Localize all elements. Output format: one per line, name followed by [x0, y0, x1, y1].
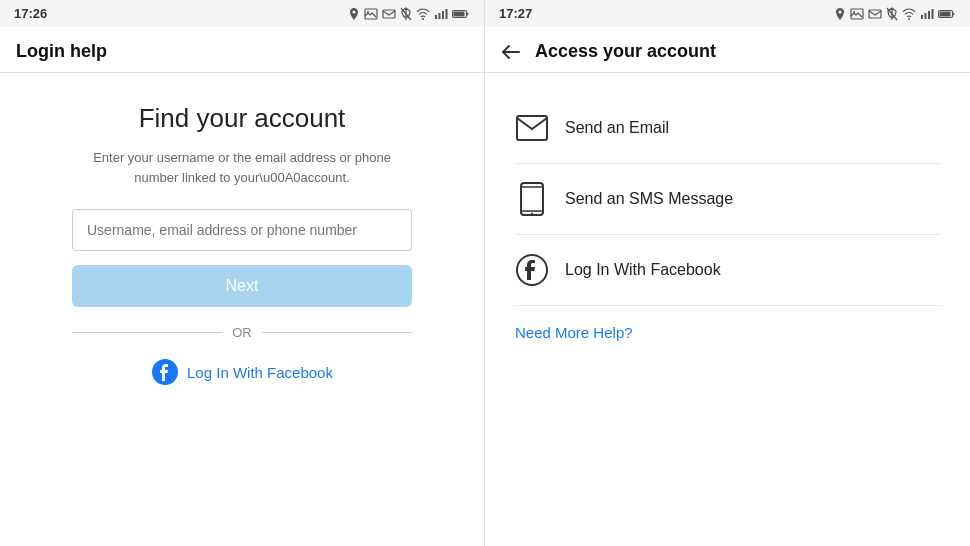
- right-location-icon: [834, 7, 846, 21]
- back-arrow-icon[interactable]: [501, 44, 521, 60]
- facebook-icon: [151, 358, 179, 386]
- need-more-help-link[interactable]: Need More Help?: [515, 306, 633, 359]
- svg-rect-8: [442, 11, 444, 19]
- svg-rect-19: [921, 15, 923, 19]
- right-mail-small-icon: [868, 9, 882, 19]
- fb-login-label: Log In With Facebook: [187, 364, 333, 381]
- right-status-bar: 17:27: [485, 0, 970, 27]
- battery-icon: [452, 9, 470, 19]
- svg-rect-21: [928, 11, 930, 19]
- signal-icon: [434, 8, 448, 20]
- mail-small-icon: [382, 9, 396, 19]
- svg-rect-22: [932, 9, 934, 19]
- phone-icon: [519, 182, 545, 216]
- right-signal-icon: [920, 8, 934, 20]
- wifi-icon: [416, 8, 430, 20]
- find-account-description: Enter your username or the email address…: [92, 148, 392, 187]
- or-line-right: [262, 332, 412, 333]
- or-text: OR: [232, 325, 252, 340]
- option-facebook[interactable]: Log In With Facebook: [515, 235, 940, 306]
- svg-point-0: [353, 10, 356, 13]
- gallery-icon: [364, 8, 378, 20]
- option-sms[interactable]: Send an SMS Message: [515, 164, 940, 235]
- svg-rect-6: [435, 15, 437, 19]
- fb-option-label: Log In With Facebook: [565, 261, 721, 279]
- next-button[interactable]: Next: [72, 265, 412, 307]
- svg-rect-26: [521, 183, 543, 215]
- left-status-icons: [348, 7, 470, 21]
- sms-option-label: Send an SMS Message: [565, 190, 733, 208]
- or-divider: OR: [72, 325, 412, 340]
- right-main-content: Send an Email Send an SMS Message: [485, 73, 970, 546]
- fb-option-icon: [515, 253, 549, 287]
- left-header-title: Login help: [16, 41, 107, 61]
- svg-point-29: [531, 213, 533, 215]
- fb-login-button[interactable]: Log In With Facebook: [151, 358, 333, 386]
- right-status-icons: [834, 7, 956, 21]
- email-option-icon: [515, 111, 549, 145]
- left-header: Login help: [0, 27, 484, 73]
- option-email[interactable]: Send an Email: [515, 93, 940, 164]
- mute-icon: [400, 7, 412, 21]
- right-panel: 17:27 Access your account: [485, 0, 970, 546]
- svg-point-18: [908, 18, 910, 20]
- right-time: 17:27: [499, 6, 532, 21]
- right-wifi-icon: [902, 8, 916, 20]
- facebook-circle-icon: [515, 253, 549, 287]
- svg-rect-20: [925, 13, 927, 19]
- location-icon: [348, 7, 360, 21]
- right-header: Access your account: [485, 27, 970, 73]
- left-panel: 17:26 Login help Find your account Enter…: [0, 0, 485, 546]
- right-battery-icon: [938, 9, 956, 19]
- svg-rect-7: [439, 13, 441, 19]
- svg-rect-9: [446, 9, 448, 19]
- svg-rect-3: [383, 10, 395, 18]
- envelope-icon: [516, 115, 548, 141]
- right-header-title: Access your account: [535, 41, 716, 62]
- svg-point-13: [839, 10, 842, 13]
- find-account-title: Find your account: [139, 103, 346, 134]
- right-mute-icon: [886, 7, 898, 21]
- left-main-content: Find your account Enter your username or…: [0, 73, 484, 546]
- sms-option-icon: [515, 182, 549, 216]
- svg-rect-16: [869, 10, 881, 18]
- left-status-bar: 17:26: [0, 0, 484, 27]
- svg-rect-24: [940, 11, 951, 16]
- or-line-left: [72, 332, 222, 333]
- svg-point-5: [422, 18, 424, 20]
- left-time: 17:26: [14, 6, 47, 21]
- email-option-label: Send an Email: [565, 119, 669, 137]
- svg-rect-11: [454, 11, 465, 16]
- username-input[interactable]: [72, 209, 412, 251]
- right-gallery-icon: [850, 8, 864, 20]
